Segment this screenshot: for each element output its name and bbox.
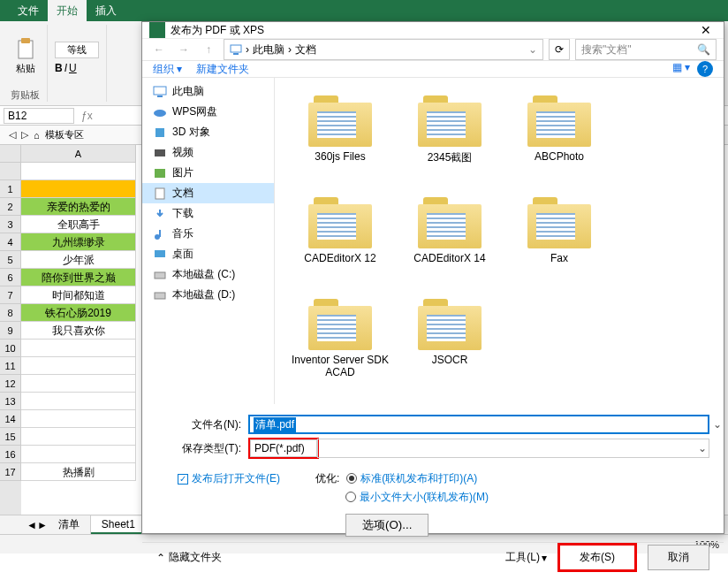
cell[interactable]: 时间都知道	[21, 286, 136, 304]
optimize-standard-label[interactable]: 标准(联机发布和打印)(A)	[360, 471, 477, 486]
options-button[interactable]: 选项(O)...	[345, 514, 428, 537]
nav-up[interactable]: ↑	[199, 40, 218, 59]
sheet-nav-next[interactable]: ►	[37, 519, 48, 531]
col-header-A[interactable]: A	[21, 145, 136, 163]
tab-file[interactable]: 文件	[9, 0, 48, 22]
search-input[interactable]: 搜索"文档" 🔍	[575, 39, 717, 60]
cell[interactable]: 少年派	[21, 251, 136, 269]
row-header[interactable]: 13	[0, 393, 21, 410]
cell[interactable]	[21, 375, 136, 393]
home-icon[interactable]: ⌂	[34, 130, 40, 141]
hide-folders-button[interactable]: ⌃ 隐藏文件夹	[156, 550, 222, 565]
cell[interactable]	[21, 410, 136, 428]
paste-icon[interactable]	[13, 37, 38, 62]
row-header[interactable]: 12	[0, 375, 21, 393]
cell[interactable]: 我只喜欢你	[21, 322, 136, 340]
cancel-button[interactable]: 取消	[648, 545, 709, 570]
tree-item-pic[interactable]: 图片	[142, 163, 274, 183]
folder-item[interactable]: Fax	[504, 190, 614, 292]
cell[interactable]: 铁石心肠2019	[21, 304, 136, 322]
breadcrumb-item[interactable]: 此电脑	[253, 42, 284, 57]
italic-button[interactable]: I	[64, 62, 67, 74]
organize-button[interactable]: 组织 ▾	[153, 62, 182, 77]
tab-insert[interactable]: 插入	[87, 0, 125, 22]
tree-item-disk[interactable]: 本地磁盘 (D:)	[142, 285, 274, 305]
cell[interactable]: 全职高手	[21, 216, 136, 233]
open-after-checkbox[interactable]: ✓发布后打开文件(E)	[178, 471, 280, 486]
templates-tab[interactable]: 模板专区	[45, 128, 84, 141]
row-header[interactable]: 5	[0, 251, 21, 269]
row-header[interactable]: 14	[0, 410, 21, 428]
cell[interactable]	[21, 446, 136, 463]
view-mode-button[interactable]: ▦ ▾	[672, 61, 690, 77]
cell[interactable]	[21, 428, 136, 446]
row-header[interactable]: 16	[0, 446, 21, 463]
tree-item-desk[interactable]: 桌面	[142, 244, 274, 264]
sheet-tab[interactable]: Sheet1	[91, 516, 147, 534]
font-name-select[interactable]: 等线	[55, 42, 99, 58]
row-header[interactable]: 1	[0, 180, 21, 198]
folder-item[interactable]: Inventor Server SDK ACAD	[285, 292, 395, 393]
optimize-min-label[interactable]: 最小文件大小(联机发布)(M)	[360, 490, 489, 505]
tree-item-disk[interactable]: 本地磁盘 (C:)	[142, 264, 274, 285]
underline-button[interactable]: U	[69, 62, 77, 74]
row-header[interactable]: 6	[0, 269, 21, 286]
row-header[interactable]: 10	[0, 340, 21, 357]
cell[interactable]: 陪你到世界之巅	[21, 269, 136, 286]
tree-item-cube[interactable]: 3D 对象	[142, 122, 274, 142]
help-icon[interactable]: ?	[697, 61, 713, 77]
breadcrumb-item[interactable]: 文档	[295, 42, 316, 57]
cell[interactable]	[21, 180, 136, 198]
tree-item-music[interactable]: 音乐	[142, 224, 274, 244]
file-pane[interactable]: 360js Files2345截图ABCPhotoCADEditorX 12CA…	[275, 78, 724, 404]
cell[interactable]: 九州缥缈录	[21, 233, 136, 251]
cell[interactable]	[21, 393, 136, 410]
bold-button[interactable]: B	[55, 62, 63, 74]
filename-input[interactable]: 清单.pdf ⌄	[248, 415, 709, 434]
tab-home[interactable]: 开始	[48, 0, 87, 22]
tree-item-video[interactable]: 视频	[142, 142, 274, 163]
row-header[interactable]: 8	[0, 304, 21, 322]
tree-item-dl[interactable]: 下载	[142, 203, 274, 224]
filetype-select[interactable]: ⌄	[317, 439, 709, 458]
nav-back[interactable]: ←	[149, 40, 169, 59]
cell[interactable]	[21, 163, 136, 180]
folder-item[interactable]: ABCPhoto	[504, 88, 614, 190]
name-box[interactable]: B12	[4, 108, 74, 124]
sheet-tab[interactable]: 清单	[48, 515, 91, 534]
forward-icon[interactable]: ▷	[21, 129, 28, 141]
tree-item-cloud[interactable]: WPS网盘	[142, 102, 274, 122]
tree-item-doc[interactable]: 文档	[142, 183, 274, 203]
row-header[interactable]: 3	[0, 216, 21, 233]
row-header[interactable]: 9	[0, 322, 21, 340]
optimize-standard-radio[interactable]	[346, 473, 357, 484]
fx-icon[interactable]: ƒx	[81, 110, 93, 122]
row-header[interactable]: 17	[0, 463, 21, 481]
folder-item[interactable]: CADEditorX 12	[285, 190, 395, 292]
row-header[interactable]: 2	[0, 198, 21, 216]
select-all-corner[interactable]	[0, 145, 21, 163]
folder-item[interactable]: 360js Files	[285, 88, 395, 190]
nav-forward[interactable]: →	[174, 40, 193, 59]
cell[interactable]	[21, 357, 136, 375]
cell[interactable]: 亲爱的热爱的	[21, 198, 136, 216]
address-bar[interactable]: › 此电脑 › 文档 ⌄	[224, 39, 543, 60]
cell[interactable]	[21, 340, 136, 357]
cell[interactable]: 热播剧	[21, 463, 136, 481]
tools-dropdown[interactable]: 工具(L) ▾	[505, 550, 547, 565]
row-header[interactable]	[0, 163, 21, 180]
optimize-min-radio[interactable]	[345, 492, 356, 502]
folder-item[interactable]: CADEditorX 14	[395, 190, 504, 292]
row-header[interactable]: 4	[0, 233, 21, 251]
tree-item-pc[interactable]: 此电脑	[142, 81, 274, 102]
new-folder-button[interactable]: 新建文件夹	[196, 62, 249, 77]
back-icon[interactable]: ◁	[9, 129, 16, 141]
row-header[interactable]: 7	[0, 286, 21, 304]
refresh-button[interactable]: ⟳	[549, 39, 570, 60]
close-button[interactable]: ✕	[695, 23, 717, 37]
row-header[interactable]: 11	[0, 357, 21, 375]
sheet-nav-prev[interactable]: ◄	[27, 519, 37, 531]
publish-button[interactable]: 发布(S)	[557, 543, 637, 572]
folder-item[interactable]: JSOCR	[395, 292, 504, 393]
folder-item[interactable]: 2345截图	[395, 88, 504, 190]
